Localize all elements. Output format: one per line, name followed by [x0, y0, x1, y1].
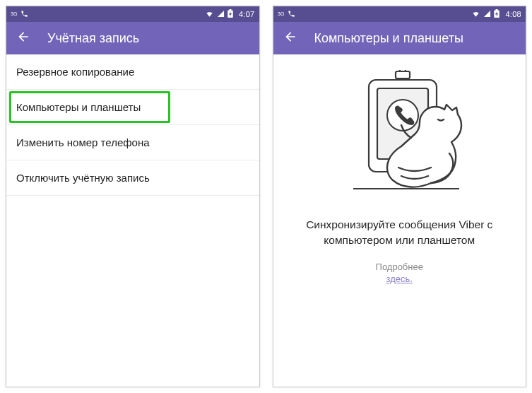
status-clock: 4:07 — [239, 10, 255, 18]
back-arrow-icon[interactable] — [16, 30, 30, 47]
sync-description-line2: компьютером или планшетом — [324, 234, 475, 246]
phone-icon — [288, 10, 295, 19]
sync-description-line1: Синхронизируйте сообщения Viber с — [306, 218, 492, 230]
phone-icon — [20, 10, 28, 19]
menu-item-change-number[interactable]: Изменить номер телефона — [6, 125, 259, 160]
status-bar: 3G 4:07 — [6, 6, 259, 22]
phone-left-account-settings: 3G 4:07 Учётная запись Резервное копир — [6, 6, 260, 387]
learn-more-link[interactable]: здесь. — [386, 274, 413, 284]
network-icon: 3G — [278, 10, 285, 18]
menu-item-computers-tablets[interactable]: Компьютеры и планшеты — [6, 90, 259, 125]
tablet-mascot-illustration — [325, 70, 473, 204]
svg-text:3G: 3G — [11, 11, 17, 16]
sync-empty-state: Синхронизируйте сообщения Viber с компью… — [273, 54, 526, 387]
status-left-icons: 3G — [278, 10, 295, 19]
status-clock: 4:08 — [505, 10, 521, 18]
network-icon: 3G — [11, 10, 18, 18]
back-arrow-icon[interactable] — [283, 30, 297, 47]
wifi-icon — [205, 10, 214, 19]
battery-icon — [494, 9, 500, 19]
learn-more-label: Подробнее — [376, 262, 423, 272]
status-bar: 3G 4:08 — [273, 6, 526, 22]
sync-description: Синхронизируйте сообщения Viber с компью… — [306, 217, 492, 247]
status-right-icons: 4:08 — [471, 9, 521, 19]
signal-icon — [483, 10, 491, 19]
signal-icon — [217, 10, 225, 19]
account-settings-list: Резервное копирование Компьютеры и планш… — [6, 54, 259, 387]
svg-text:3G: 3G — [278, 11, 284, 16]
battery-icon — [227, 9, 233, 19]
status-left-icons: 3G — [11, 10, 28, 19]
phone-right-computers-tablets: 3G 4:08 Компьютеры и планшеты — [273, 6, 527, 387]
menu-item-backup[interactable]: Резервное копирование — [6, 54, 259, 90]
svg-rect-6 — [396, 71, 410, 78]
status-right-icons: 4:07 — [205, 9, 255, 19]
appbar-title: Компьютеры и планшеты — [314, 31, 463, 46]
menu-item-deactivate[interactable]: Отключить учётную запись — [6, 160, 259, 196]
appbar-title: Учётная запись — [47, 31, 139, 46]
app-bar: Компьютеры и планшеты — [273, 22, 526, 54]
app-bar: Учётная запись — [6, 22, 259, 54]
wifi-icon — [471, 10, 480, 19]
